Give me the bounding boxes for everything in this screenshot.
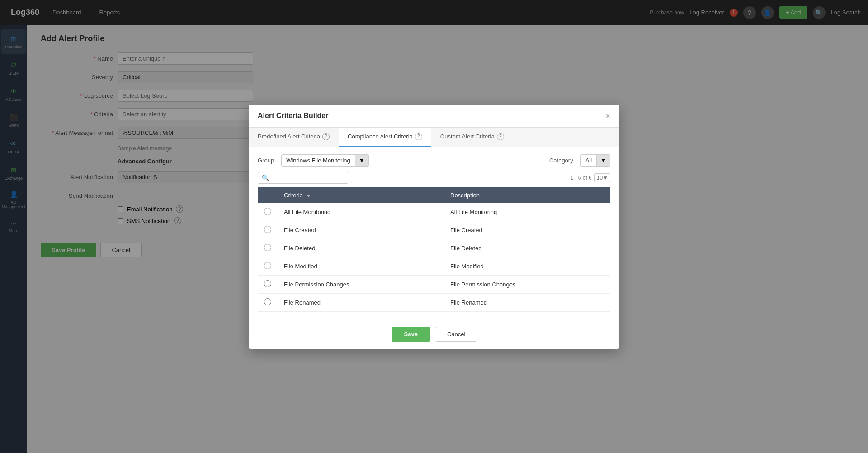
description-cell: File Deleted <box>444 239 610 257</box>
criteria-cell: File Created <box>278 221 444 239</box>
modal-cancel-button[interactable]: Cancel <box>436 327 476 342</box>
table-row: File RenamedFile Renamed <box>258 293 610 311</box>
category-label: Category <box>549 157 573 164</box>
group-dropdown-arrow[interactable]: ▼ <box>355 155 368 166</box>
tab-predefined[interactable]: Predefined Alert Criteria ? <box>249 128 339 147</box>
table-row: File Permission ChangesFile Permission C… <box>258 275 610 293</box>
table-header-row: Criteria ▼ Description <box>258 187 610 203</box>
page-count: 1 - 6 of 6 <box>570 175 591 181</box>
criteria-radio-2[interactable] <box>264 244 271 251</box>
group-select[interactable]: Windows File Monitoring ▼ <box>281 154 368 167</box>
per-page-select[interactable]: 10 ▼ <box>594 173 610 182</box>
table-row: File CreatedFile Created <box>258 221 610 239</box>
table-row: File DeletedFile Deleted <box>258 239 610 257</box>
criteria-cell: All File Monitoring <box>278 203 444 221</box>
alert-criteria-modal: Alert Criteria Builder × Predefined Aler… <box>249 105 619 349</box>
per-page-value: 10 <box>597 175 603 181</box>
criteria-radio-3[interactable] <box>264 262 271 269</box>
filter-row: Group Windows File Monitoring ▼ Category… <box>258 154 610 167</box>
col-select <box>258 187 278 203</box>
col-description: Description <box>444 187 610 203</box>
table-row: File ModifiedFile Modified <box>258 257 610 275</box>
sort-icon: ▼ <box>307 193 311 198</box>
category-select[interactable]: All ▼ <box>580 154 610 167</box>
search-input-wrap: 🔍 <box>258 172 348 184</box>
table-row: All File MonitoringAll File Monitoring <box>258 203 610 221</box>
category-dropdown-arrow[interactable]: ▼ <box>596 155 610 166</box>
modal-overlay: Alert Criteria Builder × Predefined Aler… <box>0 0 868 453</box>
criteria-cell: File Renamed <box>278 293 444 311</box>
modal-close-button[interactable]: × <box>605 112 610 120</box>
compliance-help-icon[interactable]: ? <box>415 133 422 140</box>
description-cell: File Renamed <box>444 293 610 311</box>
modal-tabs: Predefined Alert Criteria ? Compliance A… <box>249 128 619 147</box>
criteria-search-input[interactable] <box>271 174 344 181</box>
search-icon-modal: 🔍 <box>262 174 269 181</box>
search-row: 🔍 1 - 6 of 6 10 ▼ <box>258 172 610 184</box>
group-label: Group <box>258 157 274 164</box>
custom-help-icon[interactable]: ? <box>497 133 504 140</box>
description-cell: All File Monitoring <box>444 203 610 221</box>
description-cell: File Permission Changes <box>444 275 610 293</box>
tab-custom[interactable]: Custom Alert Criteria ? <box>431 128 513 147</box>
modal-footer: Save Cancel <box>249 319 619 349</box>
per-page-arrow: ▼ <box>603 175 608 181</box>
page-info: 1 - 6 of 6 10 ▼ <box>570 173 610 182</box>
criteria-table: Criteria ▼ Description All File Monitori… <box>258 187 610 312</box>
tab-compliance[interactable]: Compliance Alert Criteria ? <box>339 128 431 147</box>
criteria-radio-1[interactable] <box>264 226 271 233</box>
group-select-value: Windows File Monitoring <box>282 155 355 166</box>
criteria-cell: File Permission Changes <box>278 275 444 293</box>
modal-save-button[interactable]: Save <box>392 327 430 342</box>
criteria-radio-0[interactable] <box>264 208 271 215</box>
criteria-cell: File Modified <box>278 257 444 275</box>
criteria-radio-4[interactable] <box>264 280 271 287</box>
col-criteria: Criteria ▼ <box>278 187 444 203</box>
description-cell: File Created <box>444 221 610 239</box>
criteria-cell: File Deleted <box>278 239 444 257</box>
modal-body: Group Windows File Monitoring ▼ Category… <box>249 147 619 319</box>
modal-header: Alert Criteria Builder × <box>249 105 619 128</box>
predefined-help-icon[interactable]: ? <box>322 133 330 140</box>
category-select-value: All <box>581 155 596 166</box>
criteria-radio-5[interactable] <box>264 298 271 305</box>
modal-title: Alert Criteria Builder <box>258 112 328 120</box>
description-cell: File Modified <box>444 257 610 275</box>
